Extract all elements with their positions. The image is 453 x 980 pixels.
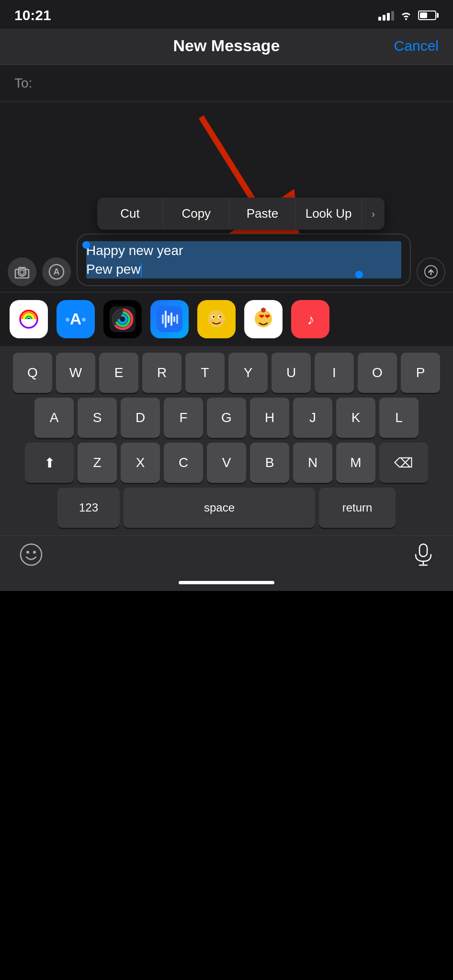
key-n[interactable]: N	[293, 443, 332, 483]
app-music[interactable]: ♪	[291, 300, 329, 338]
apps-button[interactable]: A	[42, 257, 71, 286]
keyboard-row-1: Q W E R T Y U I O P	[3, 353, 450, 393]
svg-text:❤: ❤	[265, 313, 270, 320]
key-l[interactable]: L	[379, 398, 419, 438]
emoji-icon	[19, 543, 43, 567]
key-q[interactable]: Q	[13, 353, 52, 393]
app-appstore[interactable]: A	[57, 300, 95, 338]
cursor-bottom	[355, 271, 363, 278]
key-f[interactable]: F	[164, 398, 203, 438]
copy-button[interactable]: Copy	[163, 198, 229, 230]
signal-icon	[378, 10, 394, 21]
status-time: 10:21	[14, 7, 51, 23]
svg-rect-25	[173, 316, 175, 322]
app-memoji1[interactable]	[197, 300, 236, 338]
bottom-bar	[0, 535, 453, 576]
svg-text:A: A	[70, 310, 82, 328]
selected-text: Happy new year Pew pew	[86, 241, 401, 278]
svg-point-43	[26, 551, 29, 554]
key-u[interactable]: U	[272, 353, 311, 393]
camera-icon	[14, 265, 30, 278]
app-tray: A	[0, 292, 453, 346]
svg-text:♪: ♪	[307, 312, 315, 327]
keyboard-row-4: 123 space return	[3, 488, 450, 528]
cancel-button[interactable]: Cancel	[394, 38, 439, 54]
message-line2: Pew pew	[86, 262, 141, 277]
message-area: Cut Copy Paste Look Up › A Happy new yea…	[0, 102, 453, 292]
wifi-icon	[400, 11, 412, 20]
svg-point-3	[18, 268, 26, 276]
svg-rect-26	[176, 314, 178, 324]
svg-point-39	[261, 308, 266, 312]
key-k[interactable]: K	[336, 398, 375, 438]
svg-point-32	[219, 316, 221, 318]
return-button[interactable]: return	[319, 488, 396, 528]
lookup-button[interactable]: Look Up	[296, 198, 362, 230]
to-field[interactable]: To:	[0, 65, 453, 102]
battery-icon	[418, 11, 439, 20]
key-r[interactable]: R	[142, 353, 181, 393]
svg-point-12	[82, 318, 86, 322]
key-x[interactable]: X	[121, 443, 160, 483]
message-input-row: A Happy new year Pew pew	[0, 234, 453, 292]
shift-button[interactable]: ⬆	[25, 443, 74, 483]
key-s[interactable]: S	[78, 398, 117, 438]
key-t[interactable]: T	[185, 353, 225, 393]
emoji-button[interactable]	[19, 543, 43, 571]
app-fitness[interactable]	[103, 300, 142, 338]
photos-icon	[16, 306, 42, 332]
key-i[interactable]: I	[315, 353, 354, 393]
key-d[interactable]: D	[121, 398, 160, 438]
camera-button[interactable]	[8, 257, 36, 286]
app-memoji2[interactable]: ❤ ❤	[244, 300, 283, 338]
key-m[interactable]: M	[336, 443, 375, 483]
app-voice[interactable]	[150, 300, 189, 338]
music-icon: ♪	[297, 306, 323, 332]
key-p[interactable]: P	[401, 353, 440, 393]
svg-point-31	[213, 316, 215, 318]
numbers-button[interactable]: 123	[57, 488, 120, 528]
space-button[interactable]: space	[124, 488, 315, 528]
key-e[interactable]: E	[99, 353, 138, 393]
nav-title: New Message	[173, 36, 280, 55]
key-j[interactable]: J	[293, 398, 332, 438]
key-y[interactable]: Y	[228, 353, 268, 393]
text-cursor	[141, 263, 142, 277]
status-icons	[378, 10, 439, 21]
svg-rect-21	[162, 314, 164, 324]
backspace-button[interactable]: ⌫	[379, 443, 428, 483]
key-z[interactable]: Z	[78, 443, 117, 483]
cut-button[interactable]: Cut	[97, 198, 163, 230]
appstore-icon: A	[63, 306, 89, 332]
keyboard: Q W E R T Y U I O P A S D F G H J K L ⬆ …	[0, 346, 453, 535]
home-bar	[179, 581, 274, 584]
more-button[interactable]: ›	[362, 198, 385, 230]
key-v[interactable]: V	[207, 443, 246, 483]
key-b[interactable]: B	[250, 443, 289, 483]
svg-text:❤: ❤	[259, 313, 264, 320]
fitness-icon	[110, 306, 136, 332]
keyboard-row-3: ⬆ Z X C V B N M ⌫	[3, 443, 450, 483]
key-a[interactable]: A	[34, 398, 74, 438]
message-bubble[interactable]: Happy new year Pew pew	[77, 234, 411, 286]
keyboard-row-2: A S D F G H J K L	[3, 398, 450, 438]
voicememos-icon	[157, 306, 182, 332]
svg-rect-24	[170, 312, 172, 326]
svg-text:A: A	[54, 267, 60, 277]
svg-point-42	[21, 544, 42, 565]
app-photos[interactable]	[10, 300, 48, 338]
key-g[interactable]: G	[207, 398, 246, 438]
svg-rect-23	[168, 315, 170, 323]
send-icon	[424, 265, 438, 278]
microphone-icon	[413, 543, 434, 567]
status-bar: 10:21	[0, 0, 453, 29]
svg-point-33	[209, 320, 213, 323]
key-h[interactable]: H	[250, 398, 289, 438]
home-indicator	[0, 576, 453, 591]
microphone-button[interactable]	[413, 543, 434, 571]
paste-button[interactable]: Paste	[229, 198, 295, 230]
key-c[interactable]: C	[164, 443, 203, 483]
send-button[interactable]	[417, 257, 445, 286]
key-o[interactable]: O	[358, 353, 397, 393]
key-w[interactable]: W	[56, 353, 95, 393]
